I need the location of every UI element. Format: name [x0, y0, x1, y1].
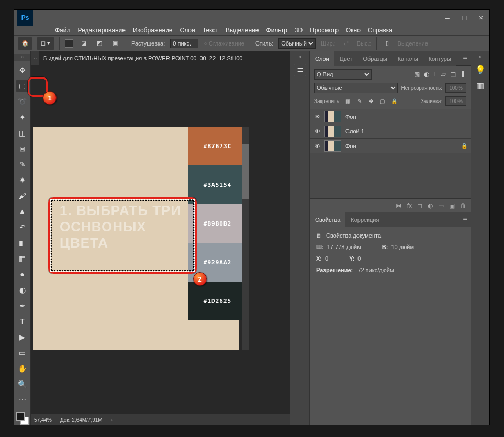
shape-tool[interactable]: ▭ — [16, 346, 29, 359]
menu-layers[interactable]: Слои — [180, 27, 195, 34]
adjustment-icon[interactable]: ◐ — [428, 202, 433, 209]
color-swatch[interactable] — [16, 412, 29, 425]
move-tool[interactable]: ✥ — [16, 64, 29, 76]
status-chevron-icon[interactable]: › — [111, 417, 113, 423]
panel-menu-icon[interactable]: ≡ — [460, 215, 471, 225]
filter-smart-icon[interactable]: ◫ — [450, 71, 456, 78]
foreground-color[interactable] — [16, 412, 25, 421]
selection-add-icon[interactable]: ◪ — [79, 38, 89, 49]
new-layer-icon[interactable]: ▣ — [449, 202, 455, 209]
blur-tool[interactable]: ● — [16, 268, 29, 281]
filter-shape-icon[interactable]: ▱ — [441, 71, 446, 78]
tab-adjustments[interactable]: Коррекция — [345, 212, 384, 227]
filter-pixel-icon[interactable]: ▧ — [414, 71, 420, 78]
fill-input[interactable] — [445, 96, 466, 106]
healing-tool[interactable]: ✷ — [16, 174, 29, 186]
window-close-button[interactable]: × — [473, 10, 489, 26]
libraries-panel-icon[interactable]: ▥ — [475, 80, 486, 91]
layer-item[interactable]: 👁 Слой 1 — [310, 124, 471, 139]
zoom-tool[interactable]: 🔍 — [16, 378, 29, 390]
gradient-tool[interactable]: ▦ — [16, 252, 29, 265]
fx-icon[interactable]: fx — [407, 202, 412, 209]
selection-new-icon[interactable] — [65, 39, 73, 48]
select-mask-icon[interactable]: ▯ — [382, 38, 393, 49]
tab-properties[interactable]: Свойства — [310, 212, 345, 227]
menu-edit[interactable]: Редактирование — [78, 27, 126, 34]
menu-image[interactable]: Изображение — [133, 27, 173, 34]
path-select-tool[interactable]: ▶ — [16, 331, 29, 343]
scrollbar-thumb[interactable] — [242, 144, 249, 199]
lock-image-icon[interactable]: ✥ — [367, 98, 375, 104]
lock-all-icon[interactable]: 🔒 — [390, 98, 398, 104]
crop-tool[interactable]: ◫ — [16, 127, 29, 139]
blend-mode-select[interactable]: Обычные — [314, 83, 398, 93]
lock-artboard-icon[interactable]: ▢ — [378, 98, 387, 104]
menu-window[interactable]: Окно — [346, 27, 361, 34]
history-brush-tool[interactable]: ↶ — [16, 221, 29, 233]
type-tool[interactable]: T — [16, 315, 29, 328]
brush-tool[interactable]: 🖌 — [16, 189, 29, 202]
edit-toolbar[interactable]: ⋯ — [16, 394, 29, 406]
tab-paths[interactable]: Контуры — [423, 51, 456, 66]
tool-palette-expand[interactable]: ›› — [14, 54, 30, 61]
dock-collapse-icon[interactable]: ‹‹ — [298, 54, 301, 60]
strip-collapse-icon[interactable]: ‹‹ — [479, 54, 481, 60]
layer-item[interactable]: 👁 Фон — [310, 109, 471, 124]
tab-swatches[interactable]: Образцы — [357, 51, 392, 66]
eraser-tool[interactable]: ◧ — [16, 237, 29, 249]
visibility-toggle-icon[interactable]: 👁 — [310, 128, 324, 135]
learn-panel-icon[interactable]: 💡 — [475, 64, 486, 75]
menu-file[interactable]: Файл — [55, 27, 71, 34]
frame-tool[interactable]: ⊠ — [16, 142, 29, 155]
mask-icon[interactable]: ◻ — [417, 202, 422, 209]
layer-name[interactable]: Фон — [345, 143, 356, 149]
tab-color[interactable]: Цвет — [334, 51, 358, 66]
zoom-level[interactable]: 57,44% — [34, 417, 52, 423]
layer-thumbnail[interactable] — [324, 126, 341, 137]
layer-name[interactable]: Слой 1 — [345, 128, 364, 135]
menu-filter[interactable]: Фильтр — [266, 27, 287, 34]
menu-3d[interactable]: 3D — [295, 27, 303, 34]
dodge-tool[interactable]: ◐ — [16, 284, 29, 296]
window-maximize-button[interactable]: □ — [456, 10, 473, 26]
tab-layers[interactable]: Слои — [310, 51, 334, 66]
filter-type-icon[interactable]: T — [433, 71, 437, 78]
menu-help[interactable]: Справка — [368, 27, 393, 34]
layer-filter-select[interactable]: Q Вид — [314, 69, 372, 80]
visibility-toggle-icon[interactable]: 👁 — [310, 143, 324, 149]
eyedropper-tool[interactable]: ✎ — [16, 158, 29, 171]
layer-thumbnail[interactable] — [324, 140, 341, 152]
lock-position-icon[interactable]: ✎ — [355, 98, 364, 104]
home-button[interactable]: 🏠 — [18, 37, 32, 50]
selection-subtract-icon[interactable]: ◩ — [94, 38, 105, 49]
layer-item[interactable]: 👁 Фон 🔒 — [310, 139, 471, 153]
filter-toggle[interactable]: ⏽ — [460, 71, 466, 78]
link-layers-icon[interactable]: ⧓ — [396, 202, 402, 209]
style-select[interactable]: Обычный — [278, 38, 316, 49]
group-icon[interactable]: ▭ — [438, 202, 444, 209]
filter-adjustment-icon[interactable]: ◐ — [424, 71, 429, 78]
canvas-scrollbar[interactable] — [242, 127, 249, 350]
current-tool-indicator[interactable]: ◻ ▾ — [37, 37, 54, 50]
lasso-tool[interactable]: ➰ — [16, 95, 29, 108]
feather-input[interactable] — [170, 39, 198, 48]
history-panel-icon[interactable]: ≣ — [294, 64, 306, 76]
layer-name[interactable]: Фон — [345, 114, 356, 120]
visibility-toggle-icon[interactable]: 👁 — [310, 114, 324, 120]
stamp-tool[interactable]: ▲ — [16, 205, 29, 218]
magic-wand-tool[interactable]: ✦ — [16, 111, 29, 124]
window-minimize-button[interactable]: – — [439, 10, 456, 26]
hand-tool[interactable]: ✋ — [16, 362, 29, 375]
doc-tab-expand[interactable]: ›› — [31, 51, 39, 65]
menu-view[interactable]: Просмотр — [310, 27, 339, 34]
marquee-tool[interactable]: ▢ — [16, 80, 29, 92]
tab-channels[interactable]: Каналы — [393, 51, 423, 66]
menu-text[interactable]: Текст — [203, 27, 218, 34]
opacity-input[interactable] — [445, 83, 466, 93]
document-tab[interactable]: 5 идей для СТИЛЬНЫХ презентация в POWER … — [39, 51, 290, 65]
layer-thumbnail[interactable] — [324, 111, 341, 122]
lock-pixels-icon[interactable]: ▦ — [344, 98, 352, 104]
pen-tool[interactable]: ✒ — [16, 299, 29, 312]
selection-intersect-icon[interactable]: ▣ — [110, 38, 120, 49]
panel-menu-icon[interactable]: ≡ — [460, 54, 471, 63]
